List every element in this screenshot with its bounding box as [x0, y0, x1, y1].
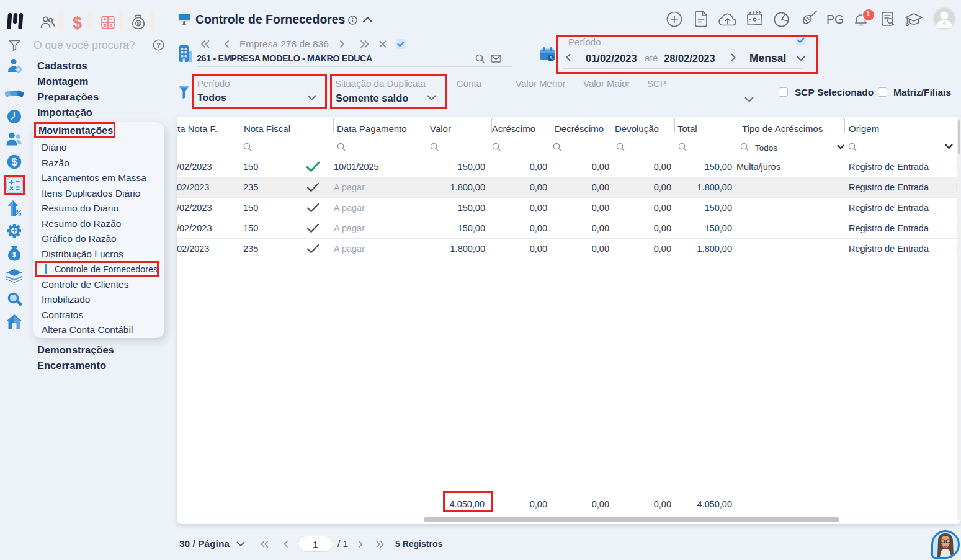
svg-text:$: $	[12, 157, 17, 167]
svg-text:$: $	[137, 20, 140, 27]
svg-text:$: $	[12, 251, 16, 259]
svg-text:?: ?	[156, 42, 161, 49]
